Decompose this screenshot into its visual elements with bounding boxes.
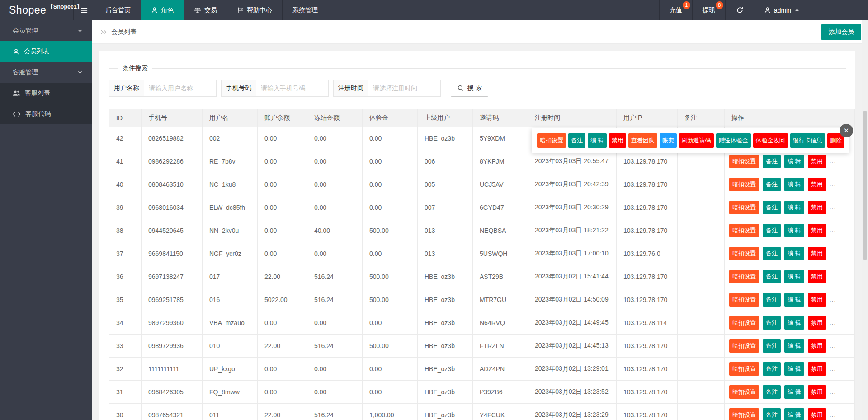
row-action-button[interactable]: 备注 xyxy=(763,293,781,307)
username-input[interactable] xyxy=(144,80,217,97)
popup-action-button[interactable]: 查看团队 xyxy=(628,133,657,148)
row-action-button[interactable]: 禁用 xyxy=(808,316,826,330)
popup-close-button[interactable]: ✕ xyxy=(840,124,853,137)
row-more-actions[interactable]: ... xyxy=(830,250,836,257)
column-header: 上级用户 xyxy=(418,109,473,127)
row-action-button[interactable]: 禁用 xyxy=(808,339,826,353)
row-more-actions[interactable]: ... xyxy=(830,296,836,303)
popup-action-button[interactable]: 账变 xyxy=(660,133,677,148)
sidebar-item-service-list[interactable]: 客服列表 xyxy=(0,83,92,104)
row-action-button[interactable]: 暗扣设置 xyxy=(729,247,759,260)
row-action-button[interactable]: 禁用 xyxy=(808,178,826,191)
row-action-button[interactable]: 备注 xyxy=(763,224,781,237)
nav-item-2[interactable]: 交易 xyxy=(184,0,227,20)
main-content: 会员列表 添加会员 条件搜索 用户名称 手机号码 注册时间 xyxy=(92,20,868,420)
row-action-button[interactable]: 备注 xyxy=(763,362,781,376)
row-action-button[interactable]: 编 辑 xyxy=(784,270,804,283)
row-more-actions[interactable]: ... xyxy=(830,203,836,211)
scrollbar-thumb[interactable] xyxy=(863,111,867,260)
search-button[interactable]: 搜 索 xyxy=(451,80,488,97)
row-more-actions[interactable]: ... xyxy=(830,411,836,418)
popup-action-button[interactable]: 暗扣设置 xyxy=(537,133,566,148)
popup-action-button[interactable]: 赠送体验金 xyxy=(716,133,751,148)
topbar: 会员列表 添加会员 xyxy=(92,20,868,44)
popup-action-button[interactable]: 银行卡信息 xyxy=(790,133,825,148)
row-action-button[interactable]: 编 辑 xyxy=(784,201,804,214)
row-action-button[interactable]: 暗扣设置 xyxy=(729,155,759,168)
row-action-button[interactable]: 暗扣设置 xyxy=(729,408,759,420)
sidebar-item-service-code[interactable]: 客服代码 xyxy=(0,104,92,124)
row-action-button[interactable]: 禁用 xyxy=(808,270,826,283)
row-action-button[interactable]: 备注 xyxy=(763,155,781,168)
sidebar-item-member-list[interactable]: 会员列表 xyxy=(0,41,92,62)
row-action-button[interactable]: 暗扣设置 xyxy=(729,201,759,214)
row-action-button[interactable]: 编 辑 xyxy=(784,339,804,353)
row-action-button[interactable]: 编 辑 xyxy=(784,178,804,191)
popup-action-button[interactable]: 体验金收回 xyxy=(753,133,788,148)
row-more-actions[interactable]: ... xyxy=(830,342,836,349)
row-action-button[interactable]: 编 辑 xyxy=(784,385,804,399)
user-menu[interactable]: admin xyxy=(754,0,810,20)
regtime-input[interactable] xyxy=(368,80,441,97)
cell-username: 016 xyxy=(203,288,258,311)
row-action-button[interactable]: 编 辑 xyxy=(784,224,804,237)
row-action-button[interactable]: 禁用 xyxy=(808,385,826,399)
nav-item-0[interactable]: 后台首页 xyxy=(95,0,141,20)
menu-toggle-button[interactable] xyxy=(73,0,95,20)
row-more-actions[interactable]: ... xyxy=(830,180,836,188)
row-action-button[interactable]: 暗扣设置 xyxy=(729,178,759,191)
row-action-button[interactable]: 禁用 xyxy=(808,247,826,260)
magnifier-icon xyxy=(457,85,464,92)
row-more-actions[interactable]: ... xyxy=(830,319,836,326)
row-action-button[interactable]: 禁用 xyxy=(808,408,826,420)
sidebar-group-member-management[interactable]: 会员管理 xyxy=(0,20,92,41)
phone-input[interactable] xyxy=(256,80,329,97)
refresh-button[interactable] xyxy=(726,0,754,20)
add-member-button[interactable]: 添加会员 xyxy=(821,24,861,40)
row-action-button[interactable]: 禁用 xyxy=(808,224,826,237)
row-more-actions[interactable]: ... xyxy=(830,365,836,372)
row-action-button[interactable]: 暗扣设置 xyxy=(729,316,759,330)
popup-action-button[interactable]: 禁用 xyxy=(609,133,626,148)
popup-action-button[interactable]: 备注 xyxy=(568,133,585,148)
row-more-actions[interactable]: ... xyxy=(830,157,836,165)
nav-right-item-0[interactable]: 充值1 xyxy=(659,0,692,20)
row-action-button[interactable]: 禁用 xyxy=(808,201,826,214)
row-action-button[interactable]: 备注 xyxy=(763,178,781,191)
row-more-actions[interactable]: ... xyxy=(830,388,836,395)
row-action-button[interactable]: 备注 xyxy=(763,270,781,283)
row-action-button[interactable]: 备注 xyxy=(763,247,781,260)
row-action-button[interactable]: 禁用 xyxy=(808,155,826,168)
popup-action-button[interactable]: 刷新邀请码 xyxy=(679,133,714,148)
nav-item-3[interactable]: 帮助中心 xyxy=(227,0,282,20)
row-action-button[interactable]: 暗扣设置 xyxy=(729,339,759,353)
row-action-button[interactable]: 编 辑 xyxy=(784,155,804,168)
row-action-button[interactable]: 暗扣设置 xyxy=(729,293,759,307)
page-scrollbar[interactable] xyxy=(862,20,868,420)
nav-item-4[interactable]: 系统管理 xyxy=(282,0,328,20)
row-action-button[interactable]: 备注 xyxy=(763,385,781,399)
nav-item-1[interactable]: 角色 xyxy=(141,0,184,20)
row-action-button[interactable]: 备注 xyxy=(763,316,781,330)
cell-phone: 9897299360 xyxy=(142,311,203,335)
row-action-button[interactable]: 备注 xyxy=(763,201,781,214)
row-action-button[interactable]: 备注 xyxy=(763,408,781,420)
row-action-button[interactable]: 编 辑 xyxy=(784,293,804,307)
row-action-button[interactable]: 编 辑 xyxy=(784,408,804,420)
row-action-button[interactable]: 备注 xyxy=(763,339,781,353)
row-more-actions[interactable]: ... xyxy=(830,273,836,280)
row-more-actions[interactable]: ... xyxy=(830,227,836,234)
row-action-button[interactable]: 编 辑 xyxy=(784,316,804,330)
row-action-button[interactable]: 禁用 xyxy=(808,362,826,376)
row-action-button[interactable]: 暗扣设置 xyxy=(729,270,759,283)
sidebar-group-service-management[interactable]: 客服管理 xyxy=(0,62,92,83)
row-action-button[interactable]: 禁用 xyxy=(808,293,826,307)
nav-right-item-1[interactable]: 提现8 xyxy=(692,0,726,20)
row-action-button[interactable]: 编 辑 xyxy=(784,247,804,260)
popup-action-button[interactable]: 编 辑 xyxy=(588,133,607,148)
row-action-button[interactable]: 暗扣设置 xyxy=(729,362,759,376)
cell-balance: 0.00 xyxy=(258,150,307,173)
row-action-button[interactable]: 编 辑 xyxy=(784,362,804,376)
row-action-button[interactable]: 暗扣设置 xyxy=(729,385,759,399)
row-action-button[interactable]: 暗扣设置 xyxy=(729,224,759,237)
